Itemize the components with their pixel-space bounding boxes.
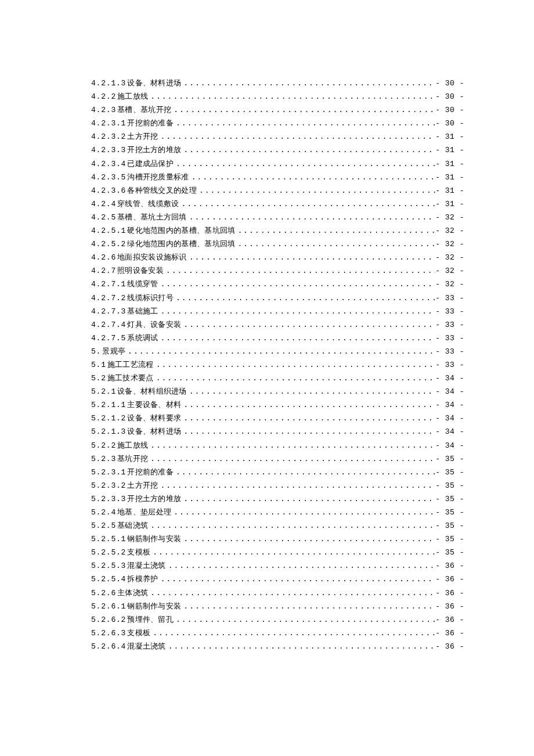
toc-leader-dots [171, 106, 435, 114]
toc-number: 4.2.5.2 [91, 240, 126, 248]
toc-page-number: - 36 - [435, 562, 464, 570]
toc-number: 5.2.6.2 [91, 616, 126, 624]
toc-leader-dots [187, 388, 435, 395]
toc-number: 4.2.3.5 [91, 174, 126, 181]
toc-entry: 4.2.7.5系统调试- 33 - [91, 334, 464, 342]
toc-entry: 4.2.3.2土方开挖- 31 - [91, 132, 464, 141]
toc-page-number: - 36 - [435, 643, 464, 650]
toc-leader-dots [171, 509, 435, 516]
toc-title: 基础施工 [126, 307, 158, 315]
toc-number: 4.2.3.6 [91, 187, 126, 195]
toc-page-number: - 34 - [435, 428, 464, 435]
toc-entry: 5.2.3.1开挖前的准备- 35 - [91, 468, 464, 476]
toc-entry: 4.2.6地面拟安装设施标识- 32 - [91, 253, 464, 261]
toc-title: 钢筋制作与安装 [126, 602, 181, 610]
toc-page-number: - 32 - [435, 240, 464, 248]
toc-entry: 4.2.7.1线缆穿管- 32 - [91, 280, 464, 288]
toc-title: 施工工艺流程 [106, 361, 154, 368]
toc-title: 土方开挖 [126, 132, 158, 140]
toc-title: 主要设备、材料 [126, 401, 181, 408]
toc-leader-dots [174, 120, 435, 127]
toc-number: 4.2.5 [91, 214, 116, 221]
toc-leader-dots [150, 549, 435, 556]
toc-leader-dots [181, 428, 435, 435]
toc-entry: 5.2.3.2土方开挖- 35 - [91, 481, 464, 489]
toc-page-number: - 31 - [435, 160, 464, 168]
toc-entry: 4.2.7.3基础施工- 33 - [91, 307, 464, 315]
toc-title: 开挖土方的堆放 [126, 495, 181, 502]
toc-leader-dots [158, 133, 435, 141]
toc-leader-dots [181, 535, 435, 543]
toc-page-number: - 35 - [435, 455, 464, 463]
toc-title: 基坑开挖 [116, 455, 148, 462]
toc-entry: 5.2.3.3开挖土方的堆放- 35 - [91, 495, 464, 503]
toc-page-number: - 34 - [435, 388, 464, 395]
toc-number: 4.2.7.5 [91, 334, 126, 342]
toc-leader-dots [148, 522, 435, 530]
toc-entry: 4.2.4穿线管、线缆敷设- 31 - [91, 200, 464, 208]
toc-entry: 4.2.3基槽、基坑开挖- 30 - [91, 106, 464, 114]
toc-leader-dots [181, 80, 435, 87]
toc-title: 沟槽开挖质量标准 [126, 173, 189, 181]
toc-page-number: - 32 - [435, 254, 464, 261]
toc-number: 5.2.3 [91, 455, 116, 463]
toc-entry: 4.2.2施工放线- 30 - [91, 92, 464, 100]
toc-title: 地基、垫层处理 [116, 508, 171, 516]
toc-title: 已建成品保护 [126, 160, 174, 167]
toc-number: 4.2.7.3 [91, 308, 126, 315]
toc-entry: 5.2.5.2支模板- 35 - [91, 548, 464, 556]
toc-title: 开挖土方的堆放 [126, 146, 181, 153]
toc-title: 穿线管、线缆敷设 [116, 200, 179, 207]
toc-page-number: - 33 - [435, 321, 464, 329]
toc-leader-dots [150, 629, 435, 637]
toc-number: 5.2.6.4 [91, 643, 126, 650]
toc-entry: 4.2.3.4已建成品保护- 31 - [91, 160, 464, 168]
toc-title: 拆模养护 [126, 575, 158, 582]
toc-entry: 5.2.4地基、垫层处理- 35 - [91, 508, 464, 516]
toc-entry: 5.2.5.3混凝土浇筑- 36 - [91, 561, 464, 570]
toc-page-number: - 36 - [435, 629, 464, 637]
toc-number: 4.2.7 [91, 267, 116, 275]
toc-number: 5.2.5.3 [91, 562, 126, 570]
toc-page-number: - 32 - [435, 227, 464, 235]
toc-entry: 5.2.5基础浇筑- 35 - [91, 521, 464, 530]
toc-page-number: - 36 - [435, 575, 464, 583]
toc-number: 5.2.1 [91, 388, 116, 395]
toc-title: 灯具、设备安装 [126, 321, 181, 328]
toc-number: 4.2.7.4 [91, 321, 126, 329]
toc-page-number: - 31 - [435, 200, 464, 208]
toc-leader-dots [174, 469, 435, 476]
toc-entry: 5.2施工技术要点- 34 - [91, 374, 464, 382]
toc-entry: 5.2.6.2预埋件、留孔- 36 - [91, 615, 464, 624]
toc-page-number: - 35 - [435, 549, 464, 556]
toc-leader-dots [235, 240, 435, 248]
toc-leader-dots [158, 280, 435, 288]
toc-entry: 4.2.7.2线缆标识打号- 33 - [91, 294, 464, 302]
toc-number: 5.2.5.1 [91, 535, 126, 543]
toc-number: 5.2 [91, 375, 106, 382]
toc-entry: 5.2.6主体浇筑- 36 - [91, 589, 464, 597]
toc-page-number: - 35 - [435, 495, 464, 503]
toc-number: 4.2.5.1 [91, 227, 126, 235]
toc-number: 5.2.3.2 [91, 482, 126, 489]
toc-leader-dots [158, 308, 435, 315]
toc-leader-dots [148, 455, 435, 463]
toc-leader-dots [187, 254, 435, 261]
toc-title: 开挖前的准备 [126, 119, 174, 127]
toc-leader-dots [148, 93, 435, 100]
toc-number: 4.2.3.4 [91, 160, 126, 168]
toc-number: 5. [91, 348, 101, 355]
toc-page-number: - 30 - [435, 80, 464, 87]
toc-page-number: - 34 - [435, 415, 464, 422]
toc-entry: 5.1施工工艺流程- 33 - [91, 361, 464, 369]
toc-entry: 5.2.2施工放线- 34 - [91, 441, 464, 449]
toc-number: 5.2.5.2 [91, 549, 126, 556]
toc-page-number: - 31 - [435, 187, 464, 195]
toc-leader-dots [187, 214, 435, 221]
toc-page-number: - 33 - [435, 294, 464, 302]
toc-number: 4.2.3 [91, 106, 116, 114]
toc-leader-dots [174, 294, 435, 302]
toc-page-number: - 36 - [435, 603, 464, 610]
toc-title: 线缆穿管 [126, 280, 158, 287]
toc-page-number: - 35 - [435, 535, 464, 543]
